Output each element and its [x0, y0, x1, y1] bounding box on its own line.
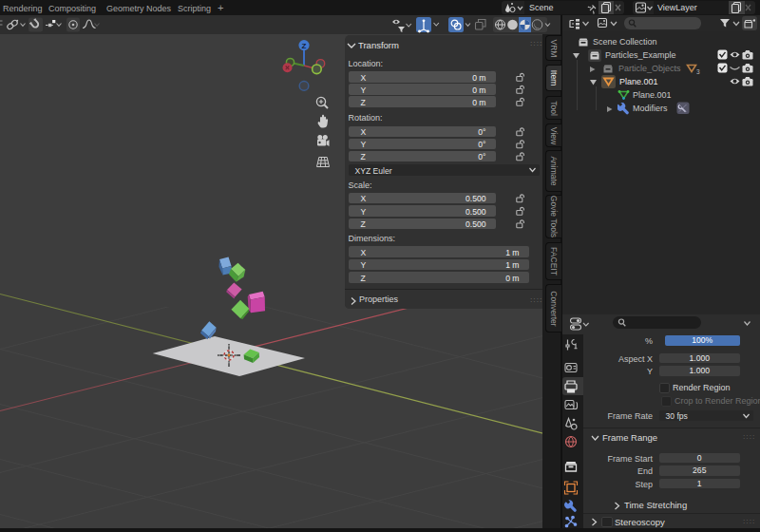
svg-text:3: 3 — [696, 67, 700, 74]
svg-text:ViewLayer: ViewLayer — [657, 3, 697, 12]
svg-text:Scene: Scene — [529, 3, 554, 12]
svg-text:Z: Z — [302, 42, 307, 50]
